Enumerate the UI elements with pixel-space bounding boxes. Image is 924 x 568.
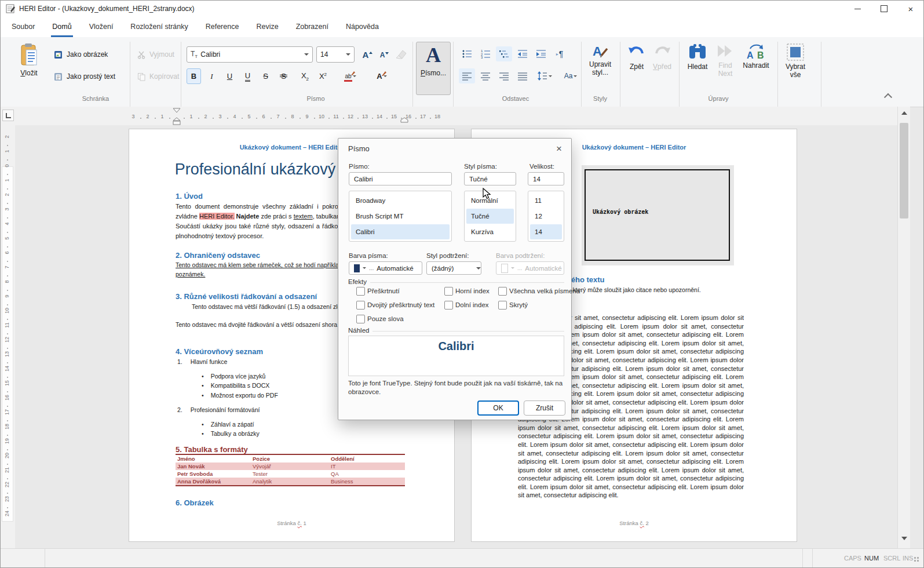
increase-indent-button[interactable] <box>533 46 549 61</box>
resize-grip[interactable] <box>914 557 916 559</box>
justify-button[interactable] <box>514 68 531 83</box>
line-spacing-button[interactable] <box>533 68 556 83</box>
bold-button[interactable]: B <box>187 68 201 84</box>
edit-style-button[interactable]: A Upravitstyl... <box>584 43 616 94</box>
decrease-indent-button[interactable] <box>514 46 531 61</box>
font-list-item[interactable]: Brush Script MT <box>351 209 450 224</box>
svg-text:3: 3 <box>481 56 483 59</box>
highlight-color-button[interactable]: ab <box>338 68 363 84</box>
italic-button[interactable]: I <box>204 68 219 84</box>
hidden-checkbox[interactable] <box>498 301 507 310</box>
tab-napoveda[interactable]: Nápověda <box>345 17 380 37</box>
page1-footer: Stránka č. 1 <box>129 520 454 526</box>
find-button[interactable]: Hledat <box>684 43 711 94</box>
font-family-combo[interactable]: TT Calibri <box>187 46 313 63</box>
minimize-button[interactable] <box>844 0 871 17</box>
clear-formatting-button[interactable] <box>395 49 407 61</box>
paste-as-image-button[interactable]: Jako obrázek <box>50 46 112 63</box>
all-caps-checkbox[interactable] <box>498 287 507 296</box>
size-list-item[interactable]: 11 <box>530 193 562 208</box>
underline-button[interactable]: U <box>222 68 237 84</box>
words-only-checkbox[interactable] <box>356 315 365 323</box>
formatting-marks-button[interactable]: ▸ ¶ <box>552 46 568 61</box>
right-indent-marker[interactable] <box>400 117 408 123</box>
superscript-checkbox[interactable] <box>444 287 453 296</box>
ok-button[interactable]: OK <box>477 400 519 416</box>
tab-reference[interactable]: Reference <box>204 17 240 37</box>
double-underline-button[interactable]: U <box>240 68 255 84</box>
redo-button[interactable]: Vpřed <box>650 43 674 94</box>
tab-revize[interactable]: Revize <box>255 17 279 37</box>
copy-button[interactable]: Kopírovat <box>133 68 183 85</box>
size-list-item[interactable]: 12 <box>530 209 562 224</box>
copy-label: Kopírovat <box>149 72 179 81</box>
align-left-button[interactable] <box>459 68 475 83</box>
align-center-button[interactable] <box>477 68 494 83</box>
window-controls: × <box>844 0 924 17</box>
subscript-button[interactable]: X2 <box>298 68 312 84</box>
underline-color-picker[interactable]: ... Automatické <box>496 261 564 275</box>
embedded-image[interactable]: Ukázkový obrázek <box>582 165 734 265</box>
bullet-list-button[interactable] <box>459 46 475 61</box>
numbered-list-button[interactable]: 123 <box>477 46 494 61</box>
grow-font-button[interactable]: A <box>359 47 376 63</box>
shrink-font-button[interactable]: A <box>377 47 392 63</box>
collapse-ribbon-button[interactable] <box>882 90 894 101</box>
find-next-button[interactable]: FindNext <box>713 43 738 94</box>
first-line-indent-marker[interactable] <box>173 108 181 113</box>
change-case-button[interactable]: Aa <box>558 68 583 83</box>
font-dialog-button[interactable]: A Písmo... <box>416 42 451 95</box>
font-style-input[interactable]: Tučné <box>464 172 516 185</box>
replace-icon: A B <box>746 43 766 60</box>
multilevel-list-button[interactable] <box>496 46 512 61</box>
automatic-color-button[interactable]: Automatické <box>377 265 413 272</box>
increase-indent-icon <box>536 49 546 59</box>
strikethrough-checkbox[interactable] <box>356 287 365 296</box>
font-list-item-selected[interactable]: Calibri <box>351 224 450 239</box>
close-button[interactable]: × <box>897 0 924 17</box>
maximize-button[interactable] <box>871 0 897 17</box>
size-list-item-selected[interactable]: 14 <box>530 224 562 239</box>
font-size-input[interactable]: 14 <box>528 172 564 185</box>
double-spaced-line: Tento odstavec má dvojité řádkování a vě… <box>176 321 360 328</box>
double-strikethrough-button[interactable]: S <box>276 68 291 84</box>
undo-button[interactable]: Zpět <box>624 43 649 94</box>
paste-as-plain-text-button[interactable]: Jako prostý text <box>50 68 119 85</box>
superscript-button[interactable]: X2 <box>316 68 330 84</box>
style-list-item-selected[interactable]: Tučné <box>466 209 514 224</box>
scroll-down-arrow[interactable] <box>901 537 907 540</box>
vertical-scrollbar[interactable] <box>897 107 910 548</box>
tab-zobrazeni[interactable]: Zobrazení <box>295 17 330 37</box>
tab-vlozeni[interactable]: Vložení <box>88 17 115 37</box>
cancel-button[interactable]: Zrušit <box>524 400 565 416</box>
paste-button[interactable]: Vložit <box>16 43 42 94</box>
paragraph-row2: Aa <box>459 68 583 83</box>
underline-color-label: Barva podtržení: <box>496 252 545 259</box>
font-color-picker[interactable]: ... Automatické <box>349 261 422 275</box>
tab-soubor[interactable]: Soubor <box>10 17 36 37</box>
font-list-item[interactable]: Broadway <box>351 193 450 208</box>
font-color-icon: A <box>377 72 382 81</box>
cut-button[interactable]: Vyjmout <box>133 46 178 63</box>
double-strikethrough-checkbox[interactable] <box>356 301 365 310</box>
font-size-combo[interactable]: 14 <box>316 46 355 63</box>
left-indent-marker[interactable] <box>173 117 181 125</box>
scrollbar-thumb[interactable] <box>900 123 908 219</box>
dialog-close-button[interactable]: × <box>552 141 567 156</box>
subscript-checkbox[interactable] <box>444 301 453 310</box>
font-name-input[interactable]: Calibri <box>349 172 452 185</box>
binoculars-icon <box>688 43 707 61</box>
scroll-up-arrow[interactable] <box>901 111 907 115</box>
style-list-item[interactable]: Kurzíva <box>466 224 514 239</box>
replace-button[interactable]: A B Nahradit <box>740 43 772 94</box>
align-right-button[interactable] <box>496 68 512 83</box>
indented-line: Tento odstavec má větší řádkování (1.5) … <box>192 303 349 310</box>
tab-domu[interactable]: Domů <box>51 17 72 37</box>
select-all-button[interactable]: Vybratvše <box>781 43 810 94</box>
list-item: 1.Hlavní funkce <box>177 358 227 365</box>
underline-style-combo[interactable]: (žádný) <box>426 261 481 275</box>
font-color-button[interactable]: A <box>370 68 394 84</box>
strikethrough-button[interactable]: S <box>258 68 273 84</box>
tab-rozlozeni-stranky[interactable]: Rozložení stránky <box>129 17 189 37</box>
more-colors-button[interactable]: ... <box>369 265 374 271</box>
